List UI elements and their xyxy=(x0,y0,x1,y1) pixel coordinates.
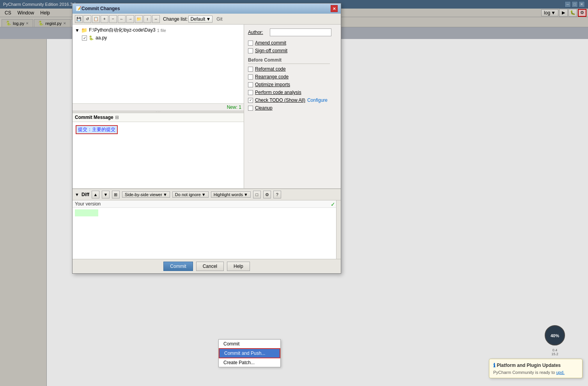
dialog-title: Commit Changes xyxy=(81,6,120,11)
change-list-label: Change list: xyxy=(163,16,188,22)
file-panel: ▼ 📁 F:\Python自动化\byz-code\Day3 1 file 🐍 … xyxy=(73,25,244,188)
diff-help-btn[interactable]: ? xyxy=(273,191,281,198)
diff-content: Your version ✓ xyxy=(73,200,341,259)
dialog-footer: Commit Cancel Help xyxy=(73,259,341,273)
viewer-dropdown-arrow: ▼ xyxy=(163,192,167,197)
py-icon: 🐍 xyxy=(89,35,94,41)
diff-toggle[interactable]: ▼ xyxy=(75,192,79,197)
dtoolbar-remove[interactable]: − xyxy=(109,15,117,23)
signoff-commit-row: Sign-off commit xyxy=(248,48,330,53)
check-todo-checkbox[interactable] xyxy=(248,98,253,103)
dialog-toolbar: 💾 ↺ 📋 + − ← → 📁 ↕ ↔ Change list: Default… xyxy=(73,14,341,25)
dropdown-menu: Commit Commit and Push... Create Patch..… xyxy=(218,339,281,367)
dialog-close-btn[interactable]: ✕ xyxy=(331,5,338,12)
diff-up-btn[interactable]: ▲ xyxy=(92,191,99,198)
reformat-code-checkbox[interactable] xyxy=(248,67,253,72)
diff-expand-btn[interactable]: ⊞ xyxy=(112,191,120,198)
diff-label: Diff xyxy=(81,192,89,197)
amend-commit-label: Amend commit xyxy=(255,40,286,46)
dtoolbar-forward[interactable]: → xyxy=(126,15,134,23)
check-todo-row: Check TODO (Show All) Configure xyxy=(248,97,330,103)
dialog-content: ▼ 📁 F:\Python自动化\byz-code\Day3 1 file 🐍 … xyxy=(73,25,341,188)
optimize-imports-label: Optimize imports xyxy=(255,82,290,87)
dropdown-arrow: ▼ xyxy=(206,16,211,22)
amend-commit-row: Amend commit xyxy=(248,40,330,46)
dialog-title-bar: 📝 Commit Changes ✕ xyxy=(73,4,341,14)
your-version-label: Your version xyxy=(73,200,341,208)
diff-settings-btn[interactable]: □ xyxy=(253,191,261,198)
ignore-dropdown[interactable]: Do not ignore ▼ xyxy=(172,191,209,198)
diff-checkmark: ✓ xyxy=(331,201,335,207)
help-btn[interactable]: Help xyxy=(227,262,250,271)
diff-section: ▼ Diff ▲ ▼ ⊞ Side-by-side viewer ▼ Do no… xyxy=(73,188,341,259)
file-checkbox-aa[interactable] xyxy=(82,35,87,41)
commit-msg-area: Commit Message ⊞ 提交：主要的提交 xyxy=(73,113,244,189)
dtoolbar-save[interactable]: 💾 xyxy=(75,15,83,23)
code-analysis-label: Perform code analysis xyxy=(255,90,301,95)
file-tree: ▼ 📁 F:\Python自动化\byz-code\Day3 1 file 🐍 … xyxy=(73,25,244,103)
cleanup-label: Cleanup xyxy=(255,105,273,111)
optimize-imports-checkbox[interactable] xyxy=(248,82,253,87)
stat2: 15.2 xyxy=(551,352,558,356)
notif-title-text: Platform and Plugin Updates xyxy=(497,363,561,368)
signoff-commit-label: Sign-off commit xyxy=(255,48,287,53)
options-panel: Author: Amend commit Sign-off commit Bef… xyxy=(244,25,334,188)
notif-title: ℹ Platform and Plugin Updates xyxy=(493,362,578,368)
svg-text:40%: 40% xyxy=(551,333,559,338)
code-analysis-row: Perform code analysis xyxy=(248,90,330,95)
viewer-dropdown[interactable]: Side-by-side viewer ▼ xyxy=(122,191,170,198)
code-analysis-checkbox[interactable] xyxy=(248,90,253,95)
file-tree-header[interactable]: ▼ 📁 F:\Python自动化\byz-code\Day3 1 file xyxy=(74,26,242,34)
rearrange-code-label: Rearrange code xyxy=(255,74,289,80)
progress-circle: 40% 0.4 15.2 xyxy=(543,324,567,347)
rearrange-code-checkbox[interactable] xyxy=(248,74,253,80)
diff-down-btn[interactable]: ▼ xyxy=(102,191,110,198)
root-path: F:\Python自动化\byz-code\Day3 xyxy=(89,27,156,34)
signoff-commit-checkbox[interactable] xyxy=(248,48,253,53)
dropdown-item-create-patch[interactable]: Create Patch... xyxy=(219,358,280,367)
reformat-code-row: Reformat code xyxy=(248,66,330,72)
notif-icon: ℹ xyxy=(493,362,495,368)
dtoolbar-sort-h[interactable]: ↔ xyxy=(152,15,160,23)
commit-btn[interactable]: Commit xyxy=(163,262,193,271)
commit-msg-expand-icon[interactable]: ⊞ xyxy=(115,115,119,120)
change-list-value: Default xyxy=(190,16,205,22)
commit-msg-header: Commit Message ⊞ xyxy=(73,113,244,122)
commit-msg-label: Commit Message xyxy=(75,115,113,120)
notification-panel: ℹ Platform and Plugin Updates PyCharm Co… xyxy=(489,359,583,378)
optimize-imports-row: Optimize imports xyxy=(248,82,330,87)
highlight-dropdown[interactable]: Highlight words ▼ xyxy=(211,191,251,198)
dtoolbar-back[interactable]: ← xyxy=(118,15,126,23)
check-todo-label: Check TODO (Show All) xyxy=(255,97,305,103)
change-list-dropdown[interactable]: Default ▼ xyxy=(188,16,213,23)
notif-link[interactable]: upd. xyxy=(556,370,564,375)
dropdown-item-commit-push[interactable]: Commit and Push... xyxy=(219,348,280,358)
dtoolbar-copy[interactable]: 📋 xyxy=(92,15,100,23)
folder-icon: 📁 xyxy=(81,27,87,33)
cleanup-row: Cleanup xyxy=(248,105,330,111)
cancel-btn[interactable]: Cancel xyxy=(196,262,224,271)
dtoolbar-add[interactable]: + xyxy=(101,15,108,23)
dropdown-item-commit[interactable]: Commit xyxy=(219,340,280,348)
tree-arrow: ▼ xyxy=(75,28,80,33)
file-name-aa: aa.py xyxy=(96,35,107,41)
highlight-dropdown-label: Highlight words xyxy=(214,192,243,197)
dialog-icon: 📝 xyxy=(76,6,81,11)
cleanup-checkbox[interactable] xyxy=(248,106,253,111)
amend-commit-checkbox[interactable] xyxy=(248,41,253,46)
highlight-dropdown-arrow: ▼ xyxy=(244,192,248,197)
file-item-aa[interactable]: 🐍 aa.py xyxy=(74,34,242,41)
notif-text: PyCharm Community is ready to upd. xyxy=(493,370,578,375)
diff-scrollbar[interactable] xyxy=(336,200,341,259)
diff-header: ▼ Diff ▲ ▼ ⊞ Side-by-side viewer ▼ Do no… xyxy=(73,189,341,200)
file-count: 1 file xyxy=(157,28,166,33)
dtoolbar-refresh[interactable]: ↺ xyxy=(83,15,91,23)
stat1: 0.4 xyxy=(553,348,558,352)
dtoolbar-folder[interactable]: 📁 xyxy=(135,15,143,23)
git-label: Git xyxy=(216,16,222,22)
dtoolbar-sort-v[interactable]: ↕ xyxy=(143,15,151,23)
ignore-dropdown-arrow: ▼ xyxy=(202,192,206,197)
configure-link[interactable]: Configure xyxy=(307,97,328,103)
author-input[interactable] xyxy=(270,28,331,36)
diff-gear-btn[interactable]: ⚙ xyxy=(263,191,271,198)
